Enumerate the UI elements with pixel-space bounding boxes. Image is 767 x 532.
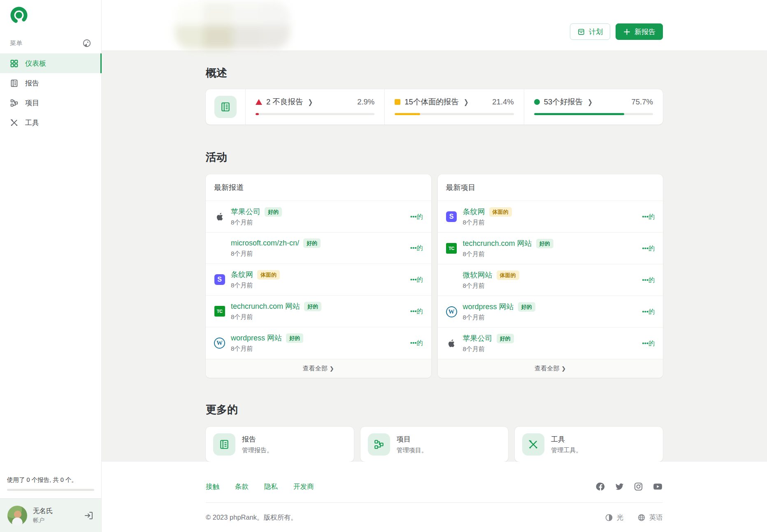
more-link[interactable]: •••的 <box>642 213 655 221</box>
status-badge: 好的 <box>265 207 282 217</box>
sidebar-nav: 仪表板 报告 <box>0 53 101 132</box>
sidebar-item-projects[interactable]: 项目 <box>0 93 101 113</box>
more-card-text: 报告 管理报告。 <box>242 435 273 454</box>
project-link[interactable]: 条纹网 <box>463 207 485 217</box>
list-item[interactable]: 苹果公司 好的 8个月前 •••的 <box>206 201 431 232</box>
techcrunch-icon: TC <box>446 243 457 254</box>
chevron-right-icon: ❯ <box>330 365 334 372</box>
user-account[interactable]: 无名氏 帐户 <box>0 498 101 532</box>
footer-link-terms[interactable]: 条款 <box>235 482 249 491</box>
user-role: 帐户 <box>33 517 78 524</box>
theme-light-toggle[interactable]: 光 <box>605 513 624 522</box>
stat-good-reports: 53个好报告 ❯ 75.7% <box>524 89 663 125</box>
more-link[interactable]: •••的 <box>410 276 423 284</box>
logout-icon[interactable] <box>84 511 94 520</box>
more-card-projects[interactable]: 项目 管理项目。 <box>360 427 509 462</box>
sidebar-item-reports[interactable]: 报告 <box>0 73 101 93</box>
view-all-label: 查看全部 <box>303 365 328 372</box>
sidebar: 菜单 仪表板 <box>0 0 102 532</box>
list-item[interactable]: TC techcrunch.com 网站 好的 8个月前 •••的 <box>438 232 663 264</box>
language-selector[interactable]: 英语 <box>637 513 663 522</box>
footer-link-contact[interactable]: 接触 <box>206 482 219 491</box>
more-link[interactable]: •••的 <box>410 213 423 221</box>
status-badge: 好的 <box>304 302 321 311</box>
report-link[interactable]: 苹果公司 <box>231 207 260 217</box>
status-badge: 好的 <box>303 238 321 248</box>
list-item[interactable]: W wordpress 网站 好的 8个月前 •••的 <box>438 296 663 327</box>
footer-links: 接触 条款 隐私 开发商 <box>206 482 314 491</box>
plan-icon <box>577 28 585 36</box>
sidebar-item-label: 项目 <box>25 98 39 108</box>
row-main: 苹果公司 好的 8个月前 <box>463 333 637 353</box>
progress-track <box>395 113 514 115</box>
more-link[interactable]: •••的 <box>642 308 655 316</box>
more-card-reports[interactable]: 报告 管理报告。 <box>206 427 354 462</box>
project-link[interactable]: 苹果公司 <box>463 333 493 343</box>
overview-icon-cell <box>206 89 245 125</box>
project-link[interactable]: 微软网站 <box>463 270 493 280</box>
wordpress-icon: W <box>214 338 225 349</box>
apple-icon <box>446 338 457 349</box>
plan-button[interactable]: 计划 <box>570 23 610 40</box>
globe-icon <box>637 513 646 522</box>
list-item[interactable]: W wordpress 网站 好的 8个月前 •••的 <box>206 327 431 359</box>
more-link[interactable]: •••的 <box>410 339 423 347</box>
social-icons <box>596 481 663 492</box>
project-link[interactable]: wordpress 网站 <box>463 302 514 312</box>
stat-value: 2.9% <box>357 97 374 106</box>
footer-link-privacy[interactable]: 隐私 <box>264 482 278 491</box>
more-title: 更多的 <box>206 402 663 417</box>
view-all-button[interactable]: 查看全部❯ <box>206 359 431 378</box>
sidebar-item-tools[interactable]: 工具 <box>0 113 101 132</box>
project-link[interactable]: techcrunch.com 网站 <box>463 238 532 248</box>
usage-summary: 使用了 0 个报告, 共 0 个。 <box>0 476 101 498</box>
twitter-icon[interactable] <box>615 482 624 491</box>
row-main: microsoft.com/zh-cn/ 好的 8个月前 <box>231 238 404 258</box>
stat-label-link[interactable]: 2 不良报告 <box>266 97 303 107</box>
more-card-desc: 管理工具。 <box>551 446 582 454</box>
list-title: 最新报道 <box>206 174 431 201</box>
more-link[interactable]: •••的 <box>410 308 423 315</box>
more-link[interactable]: •••的 <box>642 276 655 284</box>
stat-label-link[interactable]: 53个好报告 <box>544 97 583 107</box>
footer-link-developers[interactable]: 开发商 <box>293 482 314 491</box>
list-item[interactable]: S 条纹网 体面的 8个月前 •••的 <box>206 264 431 295</box>
more-link[interactable]: •••的 <box>642 340 655 347</box>
facebook-icon[interactable] <box>596 482 605 491</box>
user-meta: 无名氏 帐户 <box>33 507 78 524</box>
row-main: wordpress 网站 好的 8个月前 <box>463 302 637 322</box>
apple-icon <box>214 211 225 222</box>
row-time: 8个月前 <box>463 314 637 322</box>
new-report-button[interactable]: 新报告 <box>616 23 663 40</box>
sidebar-item-dashboard[interactable]: 仪表板 <box>0 53 101 73</box>
list-item[interactable]: microsoft.com/zh-cn/ 好的 8个月前 •••的 <box>206 232 431 264</box>
list-item[interactable]: 苹果公司 好的 8个月前 •••的 <box>438 327 663 359</box>
stripe-icon: S <box>446 211 457 222</box>
row-main: 苹果公司 好的 8个月前 <box>231 207 404 227</box>
progress-fill <box>534 113 624 115</box>
footer-divider <box>206 502 663 503</box>
more-card-title: 项目 <box>397 435 428 444</box>
instagram-icon[interactable] <box>634 482 643 491</box>
more-card-tools[interactable]: 工具 管理工具。 <box>515 427 663 462</box>
techcrunch-icon: TC <box>214 306 225 317</box>
progress-fill <box>395 113 420 115</box>
report-link[interactable]: techcrunch.com 网站 <box>231 301 300 311</box>
theme-toggle-icon[interactable] <box>82 39 91 48</box>
view-all-button[interactable]: 查看全部❯ <box>438 359 663 378</box>
report-link[interactable]: microsoft.com/zh-cn/ <box>231 239 299 247</box>
list-item[interactable]: 微软网站 体面的 8个月前 •••的 <box>438 264 663 296</box>
app: 菜单 仪表板 <box>0 0 767 532</box>
more-link[interactable]: •••的 <box>410 244 423 252</box>
row-time: 8个月前 <box>231 313 404 321</box>
report-link[interactable]: wordpress 网站 <box>231 333 282 343</box>
stat-label-link[interactable]: 15个体面的报告 <box>404 97 459 107</box>
status-badge: 好的 <box>286 333 303 343</box>
latest-projects-card: 最新项目 S 条纹网 体面的 8个月前 •••的 <box>438 174 663 378</box>
more-link[interactable]: •••的 <box>642 245 655 252</box>
logo[interactable] <box>0 0 101 26</box>
list-item[interactable]: TC techcrunch.com 网站 好的 8个月前 •••的 <box>206 295 431 327</box>
list-item[interactable]: S 条纹网 体面的 8个月前 •••的 <box>438 201 663 232</box>
report-link[interactable]: 条纹网 <box>231 270 253 280</box>
youtube-icon[interactable] <box>653 481 663 492</box>
